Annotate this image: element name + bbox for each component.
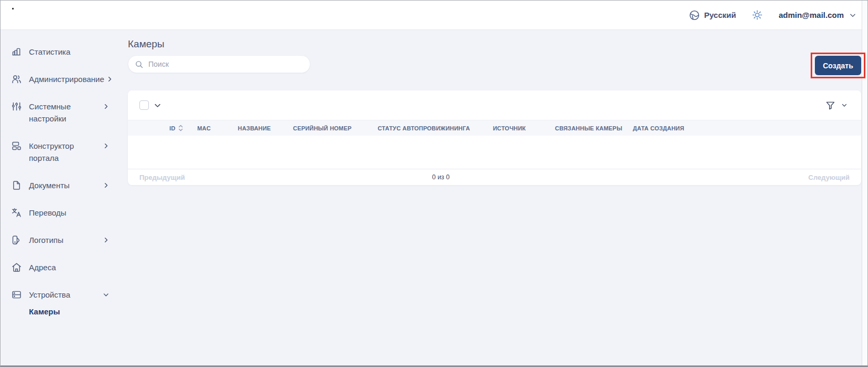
- sidebar-item-addresses[interactable]: Адреса: [0, 261, 128, 273]
- search-input[interactable]: [148, 60, 304, 68]
- annotation-highlight-rect: [811, 53, 865, 78]
- sidebar-subitem-cameras[interactable]: Камеры: [0, 307, 128, 316]
- sliders-icon: [11, 100, 22, 112]
- page-title: Камеры: [128, 38, 165, 50]
- home-icon: [11, 261, 22, 273]
- table-header-row: ID MAC НАЗВАНИЕ СЕРИЙНЫЙ НОМЕР СТАТУС АВ…: [128, 120, 861, 136]
- chevron-down-icon: [849, 12, 856, 19]
- sidebar-item-label: Устройства: [29, 289, 100, 301]
- chevron-right-icon: [103, 179, 110, 191]
- sidebar-item-label: Статистика: [29, 46, 110, 58]
- user-email: admin@mail.com: [779, 11, 844, 19]
- layout-icon: [11, 140, 22, 151]
- sidebar-item-label: Адреса: [29, 261, 110, 273]
- filter-funnel-icon: [825, 100, 836, 111]
- pagination-count: 0 из 0: [432, 174, 450, 181]
- sidebar-item-documents[interactable]: Документы: [0, 179, 128, 191]
- theme-toggle[interactable]: [752, 9, 763, 21]
- logo-dot: [12, 8, 14, 9]
- column-header-mac[interactable]: MAC: [197, 125, 238, 131]
- sidebar-item-label: Логотипы: [29, 234, 100, 246]
- bar-chart-icon: [11, 46, 22, 57]
- chevron-right-icon: [106, 73, 114, 85]
- document-icon: [11, 179, 22, 191]
- search-icon: [135, 60, 144, 69]
- pagination-previous-button[interactable]: Предыдущий: [139, 174, 185, 181]
- main-content: Камеры Создать: [128, 30, 868, 367]
- sidebar: Статистика Администрирование Системные н…: [0, 30, 128, 367]
- table-empty-body: [128, 136, 861, 169]
- column-header-id[interactable]: ID: [169, 125, 197, 131]
- language-switcher[interactable]: Русский: [689, 9, 736, 21]
- sort-icon[interactable]: [178, 125, 183, 131]
- globe-icon: [689, 9, 700, 21]
- search-bar: [128, 55, 310, 73]
- sidebar-item-administration[interactable]: Администрирование: [0, 73, 128, 85]
- chevron-down-icon: [841, 102, 847, 108]
- users-icon: [11, 73, 22, 85]
- sidebar-item-label: Конструктор портала: [29, 140, 100, 164]
- top-header: Русский admin@mail.com: [0, 0, 868, 30]
- user-menu[interactable]: admin@mail.com: [779, 11, 856, 19]
- column-header-name[interactable]: НАЗВАНИЕ: [238, 125, 293, 131]
- sidebar-item-system-settings[interactable]: Системные настройки: [0, 100, 128, 125]
- translate-icon: [11, 207, 22, 218]
- devices-icon: [11, 289, 22, 300]
- chevron-right-icon: [103, 140, 110, 152]
- sidebar-item-logos[interactable]: Логотипы: [0, 234, 128, 246]
- column-header-source[interactable]: ИСТОЧНИК: [493, 125, 555, 131]
- sidebar-item-label: Системные настройки: [29, 100, 100, 125]
- column-header-created-date[interactable]: ДАТА СОЗДАНИЯ: [633, 125, 861, 131]
- column-header-linked-cameras[interactable]: СВЯЗАННЫЕ КАМЕРЫ: [555, 125, 633, 131]
- chevron-right-icon: [103, 100, 110, 113]
- sidebar-item-statistics[interactable]: Статистика: [0, 46, 128, 58]
- select-options-chevron-icon[interactable]: [154, 101, 162, 109]
- language-label: Русский: [704, 11, 736, 19]
- column-header-autoprovisioning-status[interactable]: СТАТУС АВТОПРОВИЖИНИНГА: [378, 125, 493, 131]
- sun-icon: [752, 9, 763, 21]
- sidebar-item-devices[interactable]: Устройства: [0, 289, 128, 301]
- select-all-checkbox[interactable]: [139, 100, 149, 110]
- cameras-table-card: ID MAC НАЗВАНИЕ СЕРИЙНЫЙ НОМЕР СТАТУС АВ…: [128, 90, 861, 185]
- column-header-serial[interactable]: СЕРИЙНЫЙ НОМЕР: [293, 125, 378, 131]
- logos-icon: [11, 234, 22, 246]
- sidebar-item-label: Переводы: [29, 207, 110, 219]
- chevron-right-icon: [103, 234, 110, 246]
- chevron-down-icon: [103, 289, 110, 301]
- pagination-next-button[interactable]: Следующий: [809, 174, 850, 181]
- filter-menu[interactable]: [825, 100, 847, 111]
- pagination-bar: Предыдущий 0 из 0 Следующий: [128, 169, 861, 185]
- sidebar-item-label: Документы: [29, 179, 100, 191]
- sidebar-item-translations[interactable]: Переводы: [0, 207, 128, 219]
- table-toolbar: [128, 90, 861, 120]
- sidebar-item-label: Администрирование: [29, 73, 104, 85]
- sidebar-item-portal-constructor[interactable]: Конструктор портала: [0, 140, 128, 164]
